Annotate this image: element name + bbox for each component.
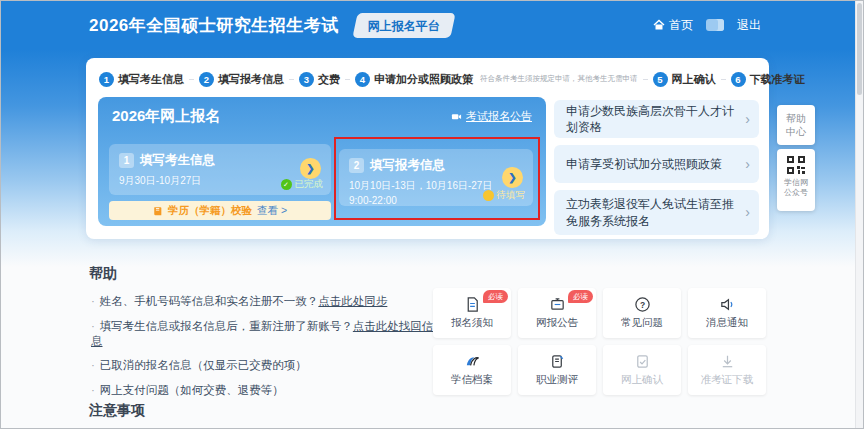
bonus-policy-link[interactable]: 申请享受初试加分或照顾政策› bbox=[554, 145, 759, 183]
card2-title: 填写报考信息 bbox=[370, 157, 445, 174]
admission-ticket-download-tile: 准考证下载 bbox=[688, 345, 766, 395]
svg-text:?: ? bbox=[639, 300, 644, 310]
step-connector bbox=[289, 79, 294, 80]
online-announcement-tile[interactable]: 必读 网报公告 bbox=[518, 288, 596, 338]
step-6: 6下载准考证 bbox=[731, 72, 805, 87]
step-4: 4申请加分或照顾政策符合条件考生须按规定申请，其他考生无需申请 bbox=[355, 72, 638, 87]
speaker-icon bbox=[719, 296, 736, 313]
page-title: 2026年全国硕士研究生招生考试 bbox=[89, 14, 339, 37]
career-assessment-tile[interactable]: 职业测评 bbox=[518, 345, 596, 395]
step-connector bbox=[345, 79, 350, 80]
promo-title: 2026年网上报名 bbox=[112, 107, 220, 126]
step-5: 5网上确认 bbox=[653, 72, 716, 87]
help-item: ·填写考生信息或报名信息后，重新注册了新账号？点击此处找回信息 bbox=[91, 319, 436, 349]
registration-notice-tile[interactable]: 必读 报名须知 bbox=[433, 288, 511, 338]
promo-header: 2026年网上报名 考试报名公告 bbox=[98, 97, 546, 126]
chevron-right-icon: › bbox=[745, 155, 750, 174]
card2-status: 待填写 bbox=[483, 189, 526, 202]
pending-dot-icon bbox=[483, 190, 494, 201]
status-badge: 已完成 bbox=[295, 178, 324, 191]
card1-number: 1 bbox=[119, 153, 134, 168]
book-icon bbox=[153, 206, 163, 216]
cancelled-registration-link[interactable]: 已取消的报名信息（仅显示已交费的项） bbox=[100, 359, 307, 371]
help-list: ·姓名、手机号码等信息和实名注册不一致？点击此处同步 ·填写考生信息或报名信息后… bbox=[91, 294, 436, 407]
chevron-right-icon: › bbox=[745, 110, 750, 129]
logout-link[interactable]: 退出 bbox=[737, 17, 761, 34]
header-nav: 首页 退出 bbox=[653, 17, 761, 34]
platform-badge: 网上报名平台 bbox=[352, 13, 455, 38]
chsi-archive-tile[interactable]: 学信档案 bbox=[433, 345, 511, 395]
done-check-icon: ✓ bbox=[281, 179, 292, 190]
home-link[interactable]: 首页 bbox=[653, 17, 693, 34]
download-icon bbox=[719, 353, 736, 370]
help-center-widget[interactable]: 帮助中心 bbox=[777, 105, 815, 145]
step-3: 3交费 bbox=[299, 72, 340, 87]
card2-go-button[interactable]: ❯ bbox=[502, 167, 523, 188]
step-4-note: 符合条件考生须按规定申请，其他考生无需申请 bbox=[480, 74, 638, 84]
qr-code-icon bbox=[786, 155, 806, 175]
exam-announcement-link[interactable]: 考试报名公告 bbox=[451, 109, 532, 124]
must-read-badge: 必读 bbox=[568, 290, 593, 303]
step-connector bbox=[189, 79, 194, 80]
quick-actions-grid: 必读 报名须知 必读 网报公告 ? 常见问题 消息通知 学信档案 职业测评 网上… bbox=[433, 288, 766, 395]
question-icon: ? bbox=[634, 296, 651, 313]
sync-info-link[interactable]: 点击此处同步 bbox=[318, 295, 387, 307]
scrollbar[interactable] bbox=[855, 1, 863, 428]
scrollbar-thumb[interactable] bbox=[857, 3, 862, 95]
card1-status: ✓ 已完成 bbox=[281, 178, 324, 191]
veteran-exemption-link[interactable]: 立功表彰退役军人免试生请至推免服务系统报名› bbox=[554, 190, 759, 235]
user-avatar[interactable] bbox=[706, 19, 724, 31]
help-section-heading: 帮助 bbox=[89, 265, 117, 283]
help-item: ·姓名、手机号码等信息和实名注册不一致？点击此处同步 bbox=[91, 294, 436, 309]
must-read-badge: 必读 bbox=[483, 290, 508, 303]
chsi-qrcode-widget[interactable]: 学信网公众号 bbox=[777, 149, 815, 211]
step-1: 1填写考生信息 bbox=[99, 72, 184, 87]
document-icon bbox=[464, 296, 481, 313]
card1-title: 填写考生信息 bbox=[140, 152, 215, 169]
education-verification-bar: 学历（学籍）校验 查看 > bbox=[109, 201, 331, 220]
help-item: ·网上支付问题（如何交费、退费等） bbox=[91, 383, 436, 398]
faq-tile[interactable]: ? 常见问题 bbox=[603, 288, 681, 338]
chevron-right-icon: › bbox=[745, 203, 750, 222]
notifications-tile[interactable]: 消息通知 bbox=[688, 288, 766, 338]
bulletin-board-icon bbox=[549, 296, 566, 313]
payment-issues-link[interactable]: 网上支付问题（如何交费、退费等） bbox=[100, 384, 284, 396]
main-card: 1填写考生信息 2填写报考信息 3交费 4申请加分或照顾政策符合条件考生须按规定… bbox=[86, 58, 769, 239]
notebook-pencil-icon bbox=[549, 353, 566, 370]
step-connector bbox=[643, 79, 648, 80]
help-item: ·已取消的报名信息（仅显示已交费的项） bbox=[91, 358, 436, 373]
chsi-logo-icon bbox=[463, 353, 481, 370]
card2-number: 2 bbox=[349, 158, 364, 173]
step-2: 2填写报考信息 bbox=[199, 72, 284, 87]
application-info-card[interactable]: 2 填写报考信息 10月10日-13日，10月16日-27日 9:00-22:0… bbox=[339, 149, 533, 206]
minority-program-link[interactable]: 申请少数民族高层次骨干人才计划资格› bbox=[554, 100, 759, 138]
online-registration-card: 2026年网上报名 考试报名公告 1 填写考生信息 9月30日-10月27日 ❯… bbox=[98, 97, 546, 226]
clipboard-check-icon bbox=[634, 353, 651, 370]
exam-registration-page: 2026年全国硕士研究生招生考试 网上报名平台 首页 退出 1填写考生信息 2填… bbox=[0, 0, 864, 429]
candidate-info-card[interactable]: 1 填写考生信息 9月30日-10月27日 ❯ ✓ 已完成 bbox=[109, 144, 331, 195]
verification-view-link[interactable]: 查看 > bbox=[257, 204, 287, 218]
card1-go-button[interactable]: ❯ bbox=[300, 158, 321, 179]
step-connector bbox=[721, 79, 726, 80]
status-badge: 待填写 bbox=[497, 189, 526, 202]
step-indicator: 1填写考生信息 2填写报考信息 3交费 4申请加分或照顾政策符合条件考生须按规定… bbox=[99, 67, 756, 91]
online-confirmation-tile: 网上确认 bbox=[603, 345, 681, 395]
verification-label: 学历（学籍）校验 bbox=[168, 204, 252, 218]
notice-section-heading: 注意事项 bbox=[89, 402, 145, 420]
announcement-icon bbox=[451, 111, 462, 122]
home-icon bbox=[653, 19, 665, 31]
header: 2026年全国硕士研究生招生考试 网上报名平台 首页 退出 bbox=[1, 1, 863, 49]
